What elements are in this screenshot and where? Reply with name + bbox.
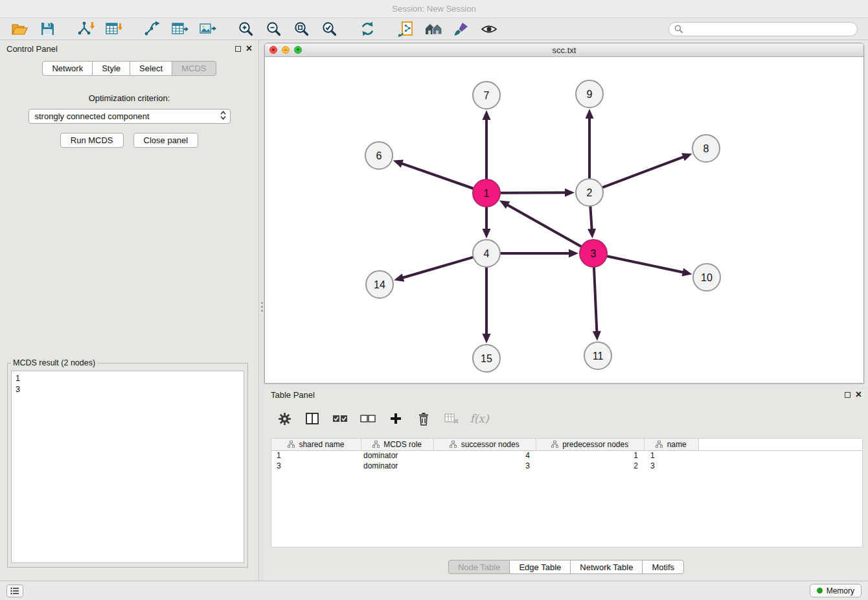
memory-button[interactable]: Memory bbox=[810, 584, 862, 597]
graph-edge-4-14[interactable] bbox=[394, 257, 473, 281]
graph-node-2[interactable]: 2 bbox=[576, 179, 603, 206]
zoom-in-icon bbox=[238, 21, 254, 37]
panel-splitter[interactable] bbox=[260, 40, 264, 581]
close-table-panel-icon[interactable]: × bbox=[856, 391, 862, 398]
graph-node-1[interactable]: 1 bbox=[473, 179, 500, 207]
toolbar-search[interactable] bbox=[668, 22, 858, 36]
table-tab-network-table[interactable]: Network Table bbox=[570, 560, 643, 574]
graph-edge-3-1[interactable] bbox=[499, 200, 581, 246]
checked-boxes-icon bbox=[332, 414, 348, 423]
export-table-button[interactable] bbox=[166, 19, 192, 39]
mcds-tab-content: Optimization criterion: strongly connect… bbox=[0, 78, 258, 581]
column-header-predecessor-nodes[interactable]: predecessor nodes bbox=[536, 439, 644, 450]
float-table-panel-icon[interactable] bbox=[845, 392, 851, 398]
zoom-in-button[interactable] bbox=[233, 19, 258, 39]
graph-edge-1-4[interactable] bbox=[483, 207, 491, 238]
svg-text:9: 9 bbox=[587, 89, 593, 100]
import-network-button[interactable] bbox=[73, 19, 98, 39]
export-network-button[interactable] bbox=[139, 19, 165, 39]
run-mcds-button[interactable]: Run MCDS bbox=[60, 133, 124, 148]
graph-edge-3-11[interactable] bbox=[593, 268, 601, 341]
delete-table-button[interactable] bbox=[443, 410, 460, 427]
criterion-dropdown[interactable]: strongly connected component bbox=[29, 109, 231, 124]
table-tab-edge-table[interactable]: Edge Table bbox=[509, 560, 571, 574]
task-history-button[interactable] bbox=[6, 584, 23, 597]
graph-node-11[interactable]: 11 bbox=[584, 342, 611, 369]
node-table[interactable]: shared name MCDS role successor nodes pr… bbox=[271, 438, 863, 548]
table-cell[interactable]: 1 bbox=[271, 450, 361, 461]
table-row[interactable]: 1dominator411 bbox=[271, 450, 862, 461]
table-cell[interactable]: 3 bbox=[271, 461, 361, 471]
table-cell[interactable]: 1 bbox=[536, 450, 644, 461]
graph-edge-2-8[interactable] bbox=[603, 153, 692, 187]
minimize-window-button[interactable]: − bbox=[282, 46, 290, 54]
graph-edge-4-15[interactable] bbox=[483, 268, 491, 343]
zoom-fit-button[interactable] bbox=[288, 19, 314, 39]
graph-edge-1-2[interactable] bbox=[501, 189, 575, 197]
tab-style[interactable]: Style bbox=[92, 61, 130, 76]
zoom-selected-button[interactable] bbox=[316, 19, 342, 39]
open-file-button[interactable] bbox=[6, 19, 32, 39]
select-all-columns-button[interactable] bbox=[332, 410, 348, 427]
apply-layout-button[interactable] bbox=[354, 19, 380, 39]
network-from-selection-button[interactable] bbox=[393, 19, 418, 39]
delete-column-button[interactable] bbox=[415, 410, 432, 427]
graph-node-6[interactable]: 6 bbox=[365, 142, 393, 169]
float-panel-icon[interactable] bbox=[235, 46, 241, 52]
graph-edge-2-9[interactable] bbox=[586, 109, 594, 178]
tab-select[interactable]: Select bbox=[130, 61, 172, 76]
graph-node-14[interactable]: 14 bbox=[366, 271, 393, 298]
table-cell[interactable]: dominator bbox=[361, 450, 433, 461]
show-graphics-details-button[interactable] bbox=[476, 19, 502, 39]
graph-node-15[interactable]: 15 bbox=[473, 345, 500, 372]
table-row[interactable]: 3dominator323 bbox=[271, 461, 862, 471]
graph-canvas[interactable]: 7968124314101511 bbox=[265, 57, 864, 384]
zoom-window-button[interactable]: + bbox=[294, 46, 302, 54]
mcds-result-list[interactable]: 13 bbox=[11, 371, 244, 563]
graph-node-7[interactable]: 7 bbox=[473, 82, 500, 109]
tab-mcds[interactable]: MCDS bbox=[172, 61, 216, 76]
home-networks-button[interactable] bbox=[420, 19, 446, 39]
table-tab-motifs[interactable]: Motifs bbox=[642, 560, 684, 574]
graph-node-9[interactable]: 9 bbox=[576, 80, 603, 108]
style-paint-button[interactable] bbox=[448, 19, 474, 39]
graph-edge-1-6[interactable] bbox=[393, 159, 474, 188]
table-panel-header: Table Panel × bbox=[264, 386, 868, 403]
table-cell[interactable]: 3 bbox=[644, 461, 698, 471]
close-window-button[interactable]: × bbox=[269, 46, 277, 54]
zoom-out-button[interactable] bbox=[260, 19, 286, 39]
column-header-name[interactable]: name bbox=[644, 439, 698, 450]
export-image-button[interactable] bbox=[194, 19, 220, 39]
add-column-button[interactable] bbox=[387, 410, 404, 427]
column-header-successor-nodes[interactable]: successor nodes bbox=[433, 439, 536, 450]
column-header-mcds-role[interactable]: MCDS role bbox=[361, 439, 433, 450]
table-cell[interactable]: 1 bbox=[644, 450, 698, 461]
table-tab-node-table[interactable]: Node Table bbox=[448, 560, 510, 574]
column-header-shared-name[interactable]: shared name bbox=[271, 439, 361, 450]
save-session-button[interactable] bbox=[34, 19, 60, 39]
graph-node-3[interactable]: 3 bbox=[580, 240, 607, 267]
function-builder-button[interactable]: f(x) bbox=[471, 410, 488, 427]
export-table-icon bbox=[171, 21, 188, 37]
graph-node-8[interactable]: 8 bbox=[692, 135, 720, 162]
toolbar-search-input[interactable] bbox=[686, 25, 852, 34]
table-cell[interactable]: 4 bbox=[433, 450, 536, 461]
tab-network[interactable]: Network bbox=[42, 61, 93, 76]
table-cell[interactable]: 3 bbox=[433, 461, 536, 471]
show-columns-button[interactable] bbox=[304, 410, 321, 427]
table-settings-button[interactable] bbox=[276, 410, 293, 427]
window-titlebar: Session: New Session bbox=[0, 0, 868, 18]
graph-edge-2-3[interactable] bbox=[588, 207, 596, 238]
graph-edge-1-7[interactable] bbox=[483, 110, 491, 179]
import-table-button[interactable] bbox=[100, 19, 126, 39]
table-cell[interactable]: 2 bbox=[536, 461, 644, 471]
graph-node-10[interactable]: 10 bbox=[693, 264, 720, 291]
graph-edge-4-3[interactable] bbox=[501, 249, 578, 258]
close-panel-icon[interactable]: × bbox=[246, 45, 252, 52]
table-cell[interactable]: dominator bbox=[361, 461, 433, 471]
optimization-criterion-label: Optimization criterion: bbox=[0, 93, 258, 103]
graph-edge-3-10[interactable] bbox=[608, 257, 692, 277]
close-panel-button[interactable]: Close panel bbox=[133, 133, 199, 148]
graph-node-4[interactable]: 4 bbox=[473, 240, 500, 267]
unselect-all-columns-button[interactable] bbox=[360, 410, 376, 427]
